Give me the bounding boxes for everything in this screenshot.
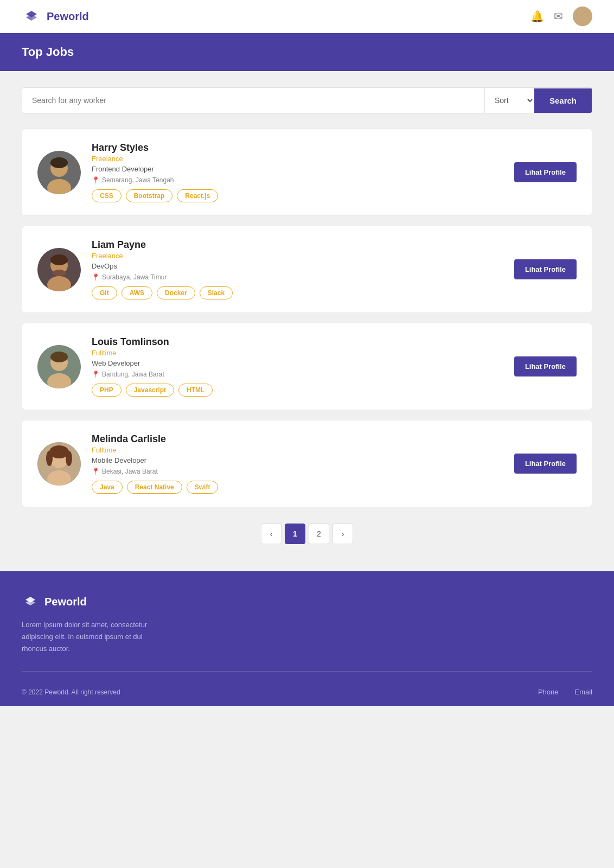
skill-tag: PHP (92, 384, 121, 397)
worker-info: Harry Styles Freelance Frontend Develope… (92, 142, 503, 202)
footer-divider (22, 671, 592, 672)
page-title: Top Jobs (22, 45, 592, 59)
worker-type: Fulltime (92, 349, 503, 357)
worker-list: Harry Styles Freelance Frontend Develope… (22, 129, 592, 507)
worker-card: Louis Tomlinson Fulltime Web Developer 📍… (22, 323, 592, 410)
skills-list: CSSBootstrapReact.js (92, 189, 503, 202)
skill-tag: React Native (127, 481, 182, 494)
skill-tag: React.js (177, 189, 218, 202)
page-button-2[interactable]: 2 (309, 524, 329, 544)
lihat-profile-button[interactable]: Lihat Profile (514, 454, 577, 474)
svg-point-6 (50, 157, 68, 168)
worker-name: Harry Styles (92, 142, 503, 154)
search-bar: Sort A-Z Z-A Newest Oldest Search (22, 87, 592, 113)
lihat-profile-button[interactable]: Lihat Profile (514, 162, 577, 182)
worker-info: Liam Payne Freelance DevOps 📍 Surabaya, … (92, 239, 503, 299)
footer-links: Phone Email (538, 688, 592, 696)
worker-type: Fulltime (92, 446, 503, 454)
worker-name: Liam Payne (92, 239, 503, 251)
skills-list: PHPJavascriptHTML (92, 384, 503, 397)
footer-logo-area: Peworld (22, 593, 592, 610)
worker-location: 📍 Bekasi, Jawa Barat (92, 468, 503, 475)
skill-tag: Slack (200, 286, 233, 299)
svg-point-1 (578, 10, 587, 18)
user-avatar[interactable] (573, 7, 592, 26)
worker-location: 📍 Semarang, Jawa Tengah (92, 176, 503, 184)
worker-avatar (37, 442, 81, 486)
footer-link-email[interactable]: Email (574, 688, 592, 696)
search-input[interactable] (22, 88, 484, 112)
main-content: Sort A-Z Z-A Newest Oldest Search Harry … (0, 71, 614, 571)
svg-point-11 (53, 270, 66, 276)
footer-description: Lorem ipsum dolor sit amet, consectetur … (22, 619, 163, 655)
location-icon: 📍 (92, 371, 100, 378)
worker-info: Louis Tomlinson Fulltime Web Developer 📍… (92, 336, 503, 397)
page-button-1[interactable]: 1 (285, 524, 305, 544)
worker-type: Freelance (92, 155, 503, 163)
footer-top: Peworld Lorem ipsum dolor sit amet, cons… (22, 593, 592, 671)
skill-tag: HTML (178, 384, 213, 397)
worker-card: Harry Styles Freelance Frontend Develope… (22, 129, 592, 216)
worker-location: 📍 Bandung, Jawa Barat (92, 371, 503, 378)
svg-point-20 (46, 451, 53, 466)
worker-card: Melinda Carlisle Fulltime Mobile Develop… (22, 420, 592, 507)
lihat-profile-button[interactable]: Lihat Profile (514, 259, 577, 279)
mail-icon[interactable]: ✉ (554, 10, 563, 23)
footer-link-phone[interactable]: Phone (538, 688, 559, 696)
worker-role: DevOps (92, 262, 503, 270)
worker-role: Mobile Developer (92, 456, 503, 464)
header-icons: 🔔 ✉ (530, 7, 592, 26)
logo-area: Peworld (22, 7, 89, 26)
logo-text: Peworld (47, 10, 89, 23)
hero-banner: Top Jobs (0, 33, 614, 71)
footer-bottom: © 2022 Peworld. All right reserved Phone… (22, 680, 592, 706)
footer-logo-icon (22, 593, 39, 610)
worker-avatar (37, 151, 81, 194)
skill-tag: Java (92, 481, 123, 494)
worker-info: Melinda Carlisle Fulltime Mobile Develop… (92, 433, 503, 494)
worker-card: Liam Payne Freelance DevOps 📍 Surabaya, … (22, 226, 592, 313)
skill-tag: CSS (92, 189, 121, 202)
location-icon: 📍 (92, 273, 100, 281)
pagination: ‹ 1 2 › (22, 524, 592, 544)
location-icon: 📍 (92, 468, 100, 475)
skill-tag: AWS (121, 286, 152, 299)
footer-copyright: © 2022 Peworld. All right reserved (22, 688, 120, 696)
next-page-button[interactable]: › (332, 524, 353, 544)
worker-type: Freelance (92, 252, 503, 260)
skill-tag: Git (92, 286, 117, 299)
logo-icon (22, 7, 41, 26)
worker-avatar (37, 248, 81, 291)
svg-point-15 (50, 352, 68, 362)
footer: Peworld Lorem ipsum dolor sit amet, cons… (0, 571, 614, 706)
skills-list: GitAWSDockerSlack (92, 286, 503, 299)
skill-tag: Bootstrap (126, 189, 173, 202)
bell-icon[interactable]: 🔔 (530, 10, 544, 23)
skills-list: JavaReact NativeSwift (92, 481, 503, 494)
prev-page-button[interactable]: ‹ (261, 524, 282, 544)
lihat-profile-button[interactable]: Lihat Profile (514, 356, 577, 376)
sort-select[interactable]: Sort A-Z Z-A Newest Oldest (484, 88, 534, 113)
worker-avatar (37, 345, 81, 388)
svg-point-10 (50, 254, 68, 265)
svg-point-21 (66, 451, 72, 466)
worker-name: Louis Tomlinson (92, 336, 503, 348)
location-icon: 📍 (92, 176, 100, 184)
skill-tag: Docker (157, 286, 195, 299)
worker-role: Frontend Developer (92, 165, 503, 173)
skill-tag: Javascript (126, 384, 174, 397)
header: Peworld 🔔 ✉ (0, 0, 614, 33)
worker-location: 📍 Surabaya, Jawa Timur (92, 273, 503, 281)
footer-logo-text: Peworld (44, 596, 87, 608)
svg-point-2 (575, 20, 590, 26)
worker-name: Melinda Carlisle (92, 433, 503, 445)
worker-role: Web Developer (92, 359, 503, 367)
skill-tag: Swift (187, 481, 219, 494)
search-button[interactable]: Search (534, 88, 592, 113)
